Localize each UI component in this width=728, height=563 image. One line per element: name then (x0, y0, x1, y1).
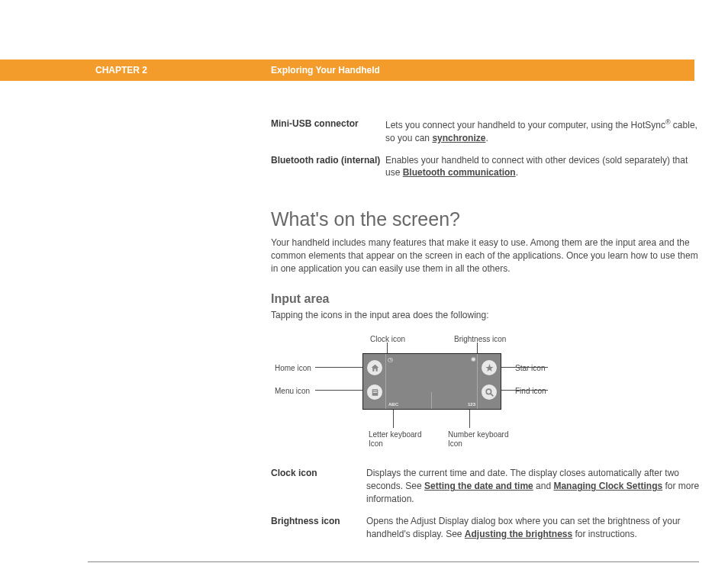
svg-point-3 (486, 389, 491, 394)
svg-line-4 (491, 394, 493, 396)
abc-label: ABC (388, 402, 398, 407)
label-find: Find icon (515, 387, 546, 396)
input-area-paragraph: Tapping the icons in the input area does… (271, 309, 701, 322)
link-clock-settings[interactable]: Managing Clock Settings (553, 481, 662, 491)
feature-usb-label: Mini-USB connector (271, 117, 385, 145)
link-set-date[interactable]: Setting the date and time (424, 481, 533, 491)
find-icon (482, 384, 497, 400)
label-brightness: Brightness icon (454, 335, 506, 344)
brightness-icon: ✺ (471, 356, 476, 363)
input-area-diagram: Clock icon Brightness icon Home icon Sta… (271, 335, 701, 461)
desc-brightness-text: Opens the Adjust Display dialog box wher… (366, 515, 701, 541)
feature-bluetooth: Bluetooth radio (internal) Enables your … (271, 154, 701, 180)
chapter-number: CHAPTER 2 (95, 65, 271, 76)
menu-icon (367, 384, 382, 400)
chapter-title: Exploring Your Handheld (271, 65, 380, 76)
label-home: Home icon (275, 364, 311, 373)
feature-usb-desc: Lets you connect your handheld to your c… (385, 117, 701, 145)
chapter-header: CHAPTER 2 Exploring Your Handheld (0, 60, 694, 81)
heading-input-area: Input area (271, 292, 701, 306)
label-menu: Menu icon (275, 387, 310, 396)
home-icon (367, 360, 382, 375)
input-panel: ◷ ✺ ABC 123 (362, 353, 501, 410)
label-number-kb: Number keyboardIcon (448, 430, 508, 449)
feature-bluetooth-label: Bluetooth radio (internal) (271, 154, 385, 180)
desc-clock-label: Clock icon (271, 467, 366, 505)
desc-clock-text: Displays the current time and date. The … (366, 467, 701, 505)
feature-bluetooth-desc: Enables your handheld to connect with ot… (385, 154, 701, 180)
feature-usb: Mini-USB connector Lets you connect your… (271, 117, 701, 145)
heading-whats-on-screen: What's on the screen? (271, 208, 701, 230)
svg-rect-1 (372, 391, 376, 391)
label-star: Star icon (515, 364, 545, 373)
link-bluetooth[interactable]: Bluetooth communication (403, 167, 516, 178)
star-icon (482, 360, 497, 375)
page-content: Mini-USB connector Lets you connect your… (271, 81, 701, 540)
clock-icon: ◷ (388, 356, 393, 363)
desc-clock: Clock icon Displays the current time and… (271, 467, 701, 505)
desc-brightness-label: Brightness icon (271, 515, 366, 541)
desc-brightness: Brightness icon Opens the Adjust Display… (271, 515, 701, 541)
intro-paragraph: Your handheld includes many features tha… (271, 236, 701, 275)
label-letter-kb: Letter keyboardIcon (369, 430, 422, 449)
label-clock: Clock icon (370, 335, 405, 344)
link-synchronize[interactable]: synchronize (432, 133, 485, 143)
link-adjust-brightness[interactable]: Adjusting the brightness (465, 529, 572, 539)
num-label: 123 (468, 402, 475, 407)
svg-rect-2 (372, 392, 376, 393)
